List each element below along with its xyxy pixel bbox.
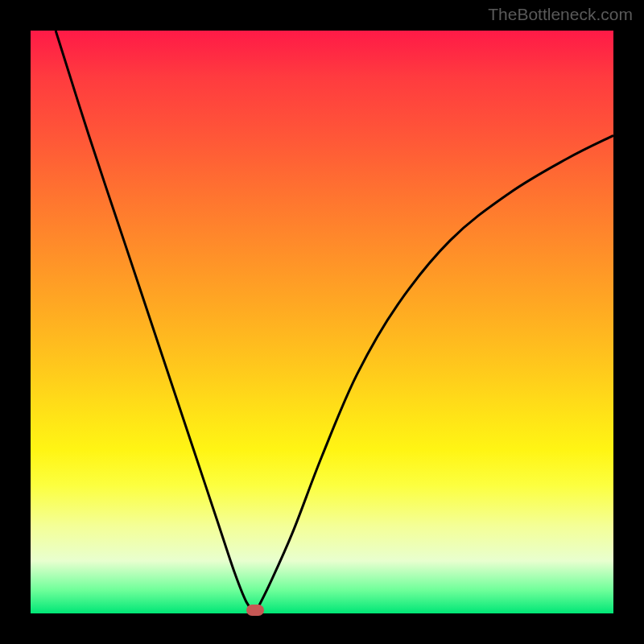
- chart-svg: [31, 31, 613, 613]
- minimum-marker: [246, 605, 264, 616]
- watermark-text: TheBottleneck.com: [488, 5, 633, 24]
- curve-left-branch: [56, 31, 255, 613]
- curve-right-branch: [255, 135, 613, 613]
- chart-plot-area: [31, 31, 613, 613]
